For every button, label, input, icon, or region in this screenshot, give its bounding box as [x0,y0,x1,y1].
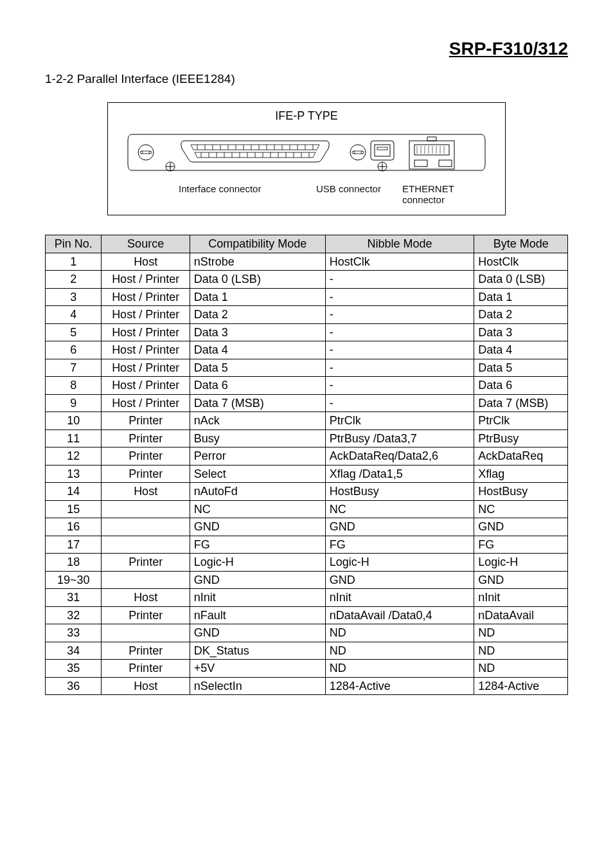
cell-compatibility: nStrobe [190,253,325,271]
cell-source [102,536,190,554]
cell-source: Host [102,589,190,607]
cell-compatibility: nSelectIn [190,677,325,695]
col-pin-no: Pin No. [46,235,102,253]
cell-pin: 11 [46,429,102,448]
cell-source: Host [102,253,190,271]
cell-source: Host / Printer [102,341,190,359]
cell-compatibility: GND [190,624,325,642]
cell-nibble: ND [325,624,474,642]
cell-pin: 8 [46,377,102,395]
cell-nibble: Xflag /Data1,5 [325,465,474,483]
diagram-title: IFE-P TYPE [121,109,492,123]
cell-pin: 34 [46,642,102,660]
cell-byte: nDataAvail [474,606,568,624]
table-row: 12PrinterPerrorAckDataReq/Data2,6AckData… [46,448,568,466]
cell-source [102,571,190,589]
svg-rect-44 [375,145,390,156]
cell-nibble: HostClk [325,253,474,271]
svg-rect-57 [439,160,452,167]
cell-byte: Data 6 [474,377,568,395]
cell-byte: Data 0 (LSB) [474,271,568,289]
cell-pin: 31 [46,589,102,607]
cell-nibble: - [325,394,474,412]
diagram-labels-row: Interface connector USB connector ETHERN… [121,183,492,205]
cell-nibble: - [325,377,474,395]
cell-byte: GND [474,571,568,589]
cell-byte: Data 2 [474,306,568,324]
cell-byte: PtrBusy [474,429,568,448]
cell-compatibility: Logic-H [190,554,325,572]
cell-pin: 9 [46,394,102,412]
cell-pin: 7 [46,359,102,377]
svg-rect-56 [414,160,427,167]
table-row: 7Host / PrinterData 5-Data 5 [46,359,568,377]
cell-pin: 32 [46,606,102,624]
table-header-row: Pin No. Source Compatibility Mode Nibble… [46,235,568,253]
cell-pin: 12 [46,448,102,466]
cell-source: Printer [102,554,190,572]
col-source: Source [102,235,190,253]
table-row: 15NCNCNC [46,500,568,518]
col-nibble: Nibble Mode [325,235,474,253]
table-row: 31HostnInitnInitnInit [46,589,568,607]
cell-compatibility: DK_Status [190,642,325,660]
cell-source: Host [102,677,190,695]
cell-byte: 1284-Active [474,677,568,695]
ethernet-connector-label: ETHERNET connector [402,183,492,205]
cell-compatibility: Data 5 [190,359,325,377]
cell-nibble: - [325,341,474,359]
cell-nibble: HostBusy [325,483,474,501]
table-row: 6Host / PrinterData 4-Data 4 [46,341,568,359]
cell-nibble: GND [325,518,474,536]
cell-compatibility: nFault [190,606,325,624]
svg-point-1 [140,151,143,154]
cell-compatibility: nAck [190,412,325,430]
table-row: 13PrinterSelectXflag /Data1,5Xflag [46,465,568,483]
cell-pin: 2 [46,271,102,289]
svg-point-2 [149,151,152,154]
cell-nibble: ND [325,660,474,678]
cell-compatibility: Data 4 [190,341,325,359]
cell-byte: HostClk [474,253,568,271]
table-row: 35Printer+5VNDND [46,660,568,678]
svg-point-0 [138,145,154,160]
cell-compatibility: Data 3 [190,323,325,341]
svg-rect-43 [371,141,394,160]
cell-byte: FG [474,536,568,554]
cell-nibble: - [325,306,474,324]
cell-compatibility: nAutoFd [190,483,325,501]
cell-byte: Data 3 [474,323,568,341]
cell-nibble: nInit [325,589,474,607]
cell-source: Printer [102,412,190,430]
cell-source [102,500,190,518]
cell-source: Host / Printer [102,394,190,412]
cell-byte: ND [474,660,568,678]
cell-compatibility: Data 2 [190,306,325,324]
cell-pin: 4 [46,306,102,324]
cell-pin: 1 [46,253,102,271]
cell-byte: PtrClk [474,412,568,430]
table-row: 34PrinterDK_StatusNDND [46,642,568,660]
cell-byte: GND [474,518,568,536]
table-row: 10PrinternAckPtrClkPtrClk [46,412,568,430]
cell-compatibility: Busy [190,429,325,448]
cell-byte: ND [474,642,568,660]
pin-table: Pin No. Source Compatibility Mode Nibble… [45,235,568,695]
cell-nibble: - [325,271,474,289]
cell-pin: 36 [46,677,102,695]
cell-pin: 14 [46,483,102,501]
cell-pin: 13 [46,465,102,483]
table-row: 33GNDNDND [46,624,568,642]
table-row: 1HostnStrobeHostClkHostClk [46,253,568,271]
cell-pin: 15 [46,500,102,518]
table-row: 9Host / PrinterData 7 (MSB)-Data 7 (MSB) [46,394,568,412]
page-title: SRP-F310/312 [45,39,568,59]
cell-pin: 33 [46,624,102,642]
cell-source: Host / Printer [102,323,190,341]
cell-nibble: AckDataReq/Data2,6 [325,448,474,466]
cell-pin: 10 [46,412,102,430]
cell-nibble: - [325,288,474,306]
cell-nibble: NC [325,500,474,518]
cell-source: Host / Printer [102,271,190,289]
cell-compatibility: NC [190,500,325,518]
